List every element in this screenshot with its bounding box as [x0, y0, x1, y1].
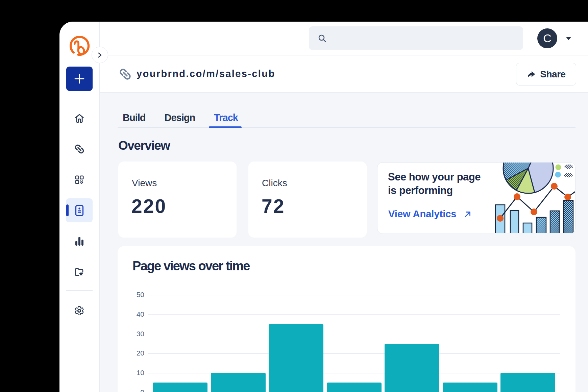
arrow-up-right-icon: [464, 210, 472, 218]
overview-heading: Overview: [118, 139, 170, 153]
active-tab-underline: [209, 126, 242, 128]
sidebar-item-pages[interactable]: [66, 198, 93, 222]
page-url: yourbrnd.co/m/sales-club: [137, 68, 275, 79]
chevron-down-icon[interactable]: [566, 37, 571, 40]
active-item-indicator: [66, 204, 69, 216]
bitly-logo: [70, 36, 90, 56]
folder-star-icon: [74, 267, 85, 277]
chart-bar: [385, 344, 439, 392]
share-button[interactable]: Share: [516, 63, 576, 85]
views-label: Views: [132, 178, 157, 189]
y-axis-tick: 20: [124, 349, 144, 357]
grid-line: [148, 314, 560, 315]
page-views-chart-card: Page views over time 50403020100: [118, 246, 575, 392]
y-axis-tick: 50: [124, 291, 144, 299]
views-card: Views 220: [118, 162, 237, 238]
sidebar-collapse-button[interactable]: [92, 47, 108, 63]
analytics-illustration: [493, 163, 575, 233]
sidebar-divider-top: [66, 98, 93, 98]
tab-bar: Build Design Track: [118, 112, 252, 133]
sidebar-item-qr-codes[interactable]: [66, 168, 93, 192]
tab-build[interactable]: Build: [118, 112, 151, 133]
chart-bar: [327, 383, 382, 392]
gear-icon: [74, 305, 84, 316]
sidebar-item-home[interactable]: [66, 106, 93, 130]
chart-bar: [443, 383, 497, 392]
app-window: C yourbrnd.co/m/sales-club Share Build D…: [59, 22, 588, 392]
y-axis-tick: 40: [124, 310, 144, 318]
clicks-value: 72: [262, 195, 285, 217]
chart-title: Page views over time: [132, 259, 249, 273]
analytics-promo-card: See how your page is performing View Ana…: [377, 162, 575, 234]
clicks-card: Clicks 72: [248, 162, 367, 238]
grid-line: [148, 295, 560, 295]
chevron-right-icon: [98, 52, 102, 58]
sidebar-item-settings[interactable]: [66, 299, 93, 323]
create-new-button[interactable]: [66, 67, 93, 91]
plus-icon: [74, 74, 84, 84]
qr-code-icon: [74, 175, 84, 185]
views-value: 220: [131, 195, 167, 217]
bar-chart-icon: [75, 237, 84, 246]
view-analytics-link[interactable]: View Analytics: [388, 209, 472, 220]
link-icon: [118, 67, 132, 81]
tabs-baseline: [118, 127, 575, 128]
search-input[interactable]: [332, 34, 514, 43]
avatar[interactable]: C: [537, 28, 557, 48]
page-icon: [74, 205, 84, 216]
sidebar-item-campaigns[interactable]: [66, 260, 93, 284]
sidebar-item-links[interactable]: [66, 137, 93, 161]
chart-bar: [500, 373, 555, 392]
sidebar-item-analytics[interactable]: [66, 229, 93, 253]
tab-design[interactable]: Design: [160, 112, 200, 133]
grid-line: [148, 334, 560, 335]
topbar-divider: [100, 55, 588, 55]
home-icon: [74, 113, 85, 124]
y-axis-tick: 30: [124, 330, 144, 338]
promo-title: See how your page is performing: [388, 170, 481, 197]
search-icon: [317, 33, 327, 43]
tab-track[interactable]: Track: [209, 112, 243, 133]
grid-line: [148, 373, 560, 373]
share-button-label: Share: [540, 69, 565, 80]
avatar-initial: C: [543, 32, 552, 45]
clicks-label: Clicks: [262, 178, 287, 189]
grid-line: [148, 353, 560, 354]
link-icon: [74, 143, 85, 155]
share-arrow-icon: [526, 70, 536, 79]
y-axis-tick: 10: [124, 369, 144, 377]
search-bar[interactable]: [309, 26, 523, 50]
chart-bar: [153, 383, 207, 392]
y-axis-tick: 0: [124, 388, 144, 392]
chart-bar: [269, 324, 323, 392]
sidebar-divider-bottom: [66, 290, 93, 291]
chart-bar: [211, 373, 266, 392]
